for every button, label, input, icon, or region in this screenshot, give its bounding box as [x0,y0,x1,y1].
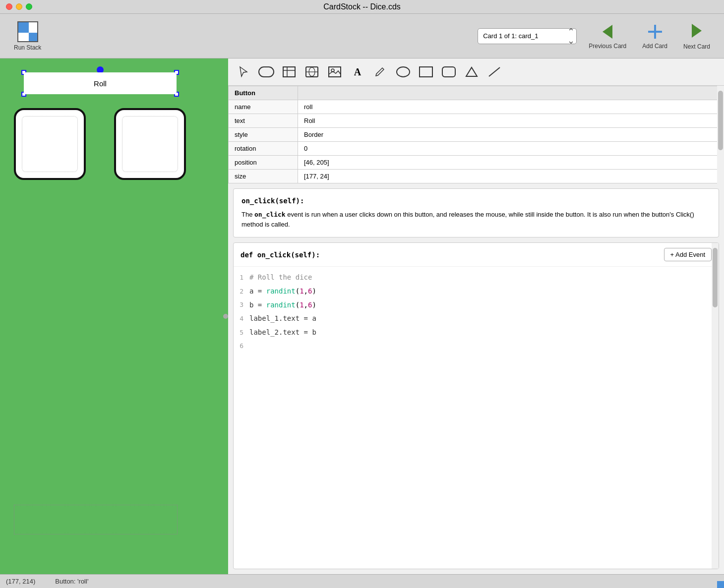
code-editor: def on_click(self): + Add Event 1 # Roll… [233,242,719,569]
field-tool[interactable] [279,61,300,82]
card-canvas[interactable]: Roll [0,59,228,574]
roll-button[interactable]: Roll [24,72,177,94]
close-button[interactable] [6,3,12,10]
code-editor-header: def on_click(self): + Add Event [234,243,719,267]
next-card-icon [688,22,706,41]
code-line-6: 6 [234,340,719,353]
statusbar: (177, 214) Button: 'roll' [0,574,724,588]
previous-card-button[interactable]: Previous Card [585,21,630,52]
prop-value[interactable]: roll [298,100,724,114]
main-area: Roll [0,59,724,574]
pointer-tool[interactable] [233,61,254,82]
svg-rect-3 [18,33,29,42]
event-name-bold: on_click [254,211,286,218]
code-scrollbar[interactable] [712,243,719,569]
prop-name: size [229,170,298,183]
webview-tool[interactable] [302,61,322,82]
image-tool[interactable] [324,61,345,82]
canvas-text-field[interactable] [14,505,178,534]
props-scrollbar[interactable] [717,86,724,183]
button-tool[interactable] [256,61,277,82]
prop-value[interactable]: Roll [298,114,724,128]
add-card-icon [646,23,664,41]
roll-button-container: Roll [24,72,177,94]
svg-marker-4 [603,25,612,39]
add-card-button[interactable]: Add Card [638,21,671,52]
rrect-tool[interactable] [438,61,459,82]
prop-name: name [229,100,298,114]
prop-value[interactable]: Border [298,128,724,142]
svg-rect-1 [29,33,38,42]
rect-tool[interactable] [416,61,436,82]
svg-rect-9 [283,67,295,77]
run-stack-icon [18,22,38,42]
window-title: CardStock -- Dice.cds [323,2,401,11]
fullscreen-button[interactable] [26,3,32,10]
dice-box-2[interactable] [114,108,186,180]
tool-palette: A [228,59,724,86]
svg-rect-8 [259,67,274,77]
minimize-button[interactable] [16,3,22,10]
prop-name: position [229,156,298,170]
svg-rect-2 [29,22,38,33]
event-info-box: on_click(self): The on_click event is ru… [233,188,719,237]
code-line-1: 1 # Roll the dice [234,271,719,285]
line-tool[interactable] [484,61,505,82]
card-selector-wrapper: Card 1 of 1: card_1 ⌃ ⌄ [478,28,577,44]
card-selector[interactable]: Card 1 of 1: card_1 [478,28,577,44]
run-stack-label: Run Stack [14,44,41,51]
prop-col-header: Button [229,86,298,100]
code-scrollbar-thumb[interactable] [713,248,718,307]
properties-section: Button namerolltextRollstyleBorderrotati… [228,86,724,183]
code-line-4: 4 label_1.text = a [234,312,719,326]
code-body[interactable]: 1 # Roll the dice 2 a = randint(1,6) 3 b… [234,267,719,356]
value-col-header [298,86,724,100]
next-card-button[interactable]: Next Card [679,20,714,52]
svg-rect-18 [420,67,432,77]
canvas-resize-handle[interactable] [223,314,228,319]
prop-value[interactable]: 0 [298,142,724,156]
right-panel: A [228,59,724,574]
code-line-5: 5 label_2.text = b [234,326,719,340]
status-selection: Button: 'roll' [55,578,88,585]
poly-tool[interactable] [461,61,482,82]
table-row: position[46, 205] [229,156,724,170]
prop-name: rotation [229,142,298,156]
table-row: size[177, 24] [229,170,724,183]
previous-card-label: Previous Card [589,43,626,50]
event-info-description: The on_click event is run when a user cl… [241,210,711,229]
table-row: nameroll [229,100,724,114]
code-line-2: 2 a = randint(1,6) [234,285,719,298]
dice-inner-1 [22,116,78,172]
add-card-label: Add Card [642,43,667,50]
properties-table: Button namerolltextRollstyleBorderrotati… [228,86,724,183]
previous-card-icon [599,23,616,41]
event-info-title: on_click(self): [241,197,711,205]
oval-tool[interactable] [393,61,414,82]
toolbar: Run Stack Card 1 of 1: card_1 ⌃ ⌄ Previo… [0,14,724,59]
dice-inner-2 [122,116,178,172]
status-coords: (177, 214) [6,578,35,585]
props-scrollbar-thumb[interactable] [718,91,723,150]
add-event-button[interactable]: + Add Event [664,248,712,261]
traffic-lights [6,3,32,10]
svg-marker-7 [692,24,702,38]
table-row: rotation0 [229,142,724,156]
run-stack-button[interactable]: Run Stack [10,19,45,53]
svg-point-17 [397,67,410,77]
prop-name: style [229,128,298,142]
svg-rect-0 [18,22,29,33]
code-line-3: 3 b = randint(1,6) [234,298,719,312]
prop-value[interactable]: [46, 205] [298,156,724,170]
card-selector-group: Card 1 of 1: card_1 ⌃ ⌄ Previous Card [478,20,714,52]
pen-tool[interactable] [370,61,391,82]
table-row: textRoll [229,114,724,128]
dice-box-1[interactable] [14,108,86,180]
prop-value[interactable]: [177, 24] [298,170,724,183]
prop-name: text [229,114,298,128]
next-card-label: Next Card [683,43,710,50]
text-tool[interactable]: A [347,61,368,82]
code-function-signature: def on_click(self): [241,251,320,259]
titlebar: CardStock -- Dice.cds [0,0,724,14]
table-row: styleBorder [229,128,724,142]
